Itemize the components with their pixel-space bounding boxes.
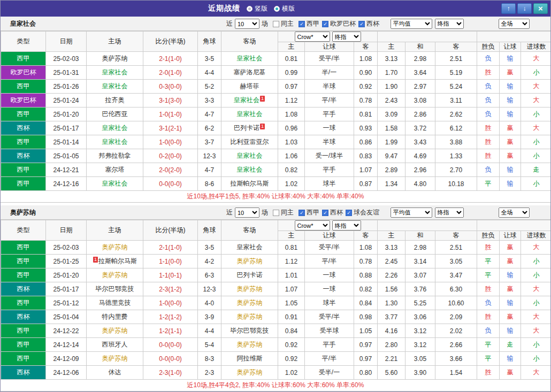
average-final-select[interactable]: 终指: [435, 19, 464, 29]
same-home-label: 同主: [281, 208, 294, 217]
provider-select[interactable]: Crow*: [295, 220, 330, 230]
match-count-select[interactable]: 10: [235, 19, 259, 29]
avg-home-cell: 4.16: [378, 324, 405, 338]
match-row: 西杯25-01-17毕尔巴鄂竞技2-3(1-2)12-3奥萨苏纳1.07一球0.…: [1, 282, 551, 296]
avg-home-cell: 2.80: [378, 338, 405, 352]
league-filter[interactable]: ✓西杯: [322, 208, 343, 217]
checkbox-checked-icon: ✓: [322, 210, 328, 216]
odds-home-cell: 1.03: [278, 135, 305, 149]
handicap-result-cell: 赢: [500, 310, 521, 324]
checkbox-checked-icon: ✓: [346, 210, 352, 216]
league-filter[interactable]: ✓西甲: [299, 208, 319, 217]
home-team-cell: 皇家社会: [87, 80, 143, 94]
home-team-cell: 西班牙人: [87, 338, 143, 352]
radio-unselected-icon: [247, 6, 252, 12]
league-filter-label: 西甲: [307, 208, 319, 217]
avg-home-cell: 3.13: [378, 241, 405, 255]
match-row: 西甲25-01-251拉斯帕尔马斯1-1(0-0)4-2奥萨苏纳1.12平/半0…: [1, 255, 551, 268]
radio-selected-icon: [274, 6, 280, 12]
league-badge: 西甲: [1, 352, 46, 366]
odds-handicap-cell: 受半/一: [305, 366, 354, 380]
outcome-cell: 平: [477, 177, 500, 191]
handicap-result-cell: 输: [500, 268, 521, 282]
avg-away-cell: 2.51: [435, 241, 477, 255]
outcome-cell: 胜: [477, 310, 500, 324]
avg-away-cell: 10.60: [435, 296, 477, 310]
odds-handicap-cell: 半球: [305, 135, 354, 149]
move-up-button[interactable]: ↑: [501, 3, 516, 14]
avg-draw-cell: 2.97: [405, 80, 435, 94]
odds-handicap-cell: 受一/球半: [305, 149, 354, 163]
col-goals-result: 进球数: [521, 231, 551, 241]
checkbox-unchecked-icon: [273, 210, 279, 216]
league-badge: 欧罗巴杯: [1, 94, 46, 107]
average-select[interactable]: 平均值: [391, 207, 432, 218]
score-cell: 2-1(1-0): [143, 52, 198, 66]
match-row: 西杯25-01-04特内里费1-2(1-2)3-9奥萨苏纳0.91受平/半0.9…: [1, 310, 551, 324]
odds-away-cell: 0.90: [354, 66, 378, 80]
goals-result-cell: 大: [521, 52, 551, 66]
same-home-filter[interactable]: 同主: [273, 19, 294, 28]
away-team-cell: 巴列卡诺1: [221, 121, 278, 135]
handicap-result-cell: 赢: [500, 66, 521, 80]
scope-select[interactable]: 全场: [499, 207, 530, 218]
date-cell: 24-12-22: [46, 324, 87, 338]
col-score: 比分(半场): [143, 220, 198, 241]
match-count-select[interactable]: 10: [235, 207, 259, 218]
team-label: 巴列卡诺: [237, 271, 263, 279]
recent-label: 近: [226, 19, 233, 28]
match-row: 西甲25-01-14皇家社会1-0(0-0)3-7比利亚雷亚尔1.03半球0.8…: [1, 135, 551, 149]
provider-select[interactable]: Crow*: [295, 32, 330, 42]
avg-home-cell: 2.21: [378, 352, 405, 366]
league-badge: 西杯: [1, 121, 46, 135]
team-label: 奥萨苏纳: [237, 299, 263, 306]
score-cell: 1-0(0-0): [143, 135, 198, 149]
away-team-cell: 皇家社会: [221, 149, 278, 163]
scope-select[interactable]: 全场: [499, 19, 530, 29]
league-badge: 西甲: [1, 296, 46, 310]
section-header-2: 奥萨苏纳 近 10 场 同主 ✓西甲✓西杯✓球会友谊 平均值 终指 全场: [1, 205, 550, 220]
odds-away-cell: 0.86: [354, 135, 378, 149]
col-outcome: 胜负: [477, 42, 500, 52]
widget-title: 近期战绩: [208, 4, 240, 13]
score-cell: 2-0(2-0): [143, 163, 198, 177]
home-team-cell: 皇家社会: [87, 135, 143, 149]
handicap-result-cell: 赢: [500, 121, 521, 135]
league-filter-label: 欧罗巴杯: [330, 19, 356, 28]
odds-away-cell: 0.78: [354, 94, 378, 107]
average-select[interactable]: 平均值: [391, 19, 432, 29]
move-down-button[interactable]: ↓: [517, 3, 532, 14]
match-row: 西杯24-12-06休达2-3(1-0)2-3奥萨苏纳1.02受半/一0.805…: [1, 366, 551, 380]
league-filter[interactable]: ✓西甲: [299, 19, 319, 28]
average-final-select[interactable]: 终指: [435, 207, 464, 218]
provider-final-select[interactable]: 终指: [332, 220, 361, 230]
handicap-result-cell: 走: [500, 338, 521, 352]
match-row: 西杯25-01-05邦弗拉勒拿0-2(0-0)12-3皇家社会1.06受一/球半…: [1, 149, 551, 163]
away-team-cell: 皇家社会1: [221, 94, 278, 107]
view-option-vertical[interactable]: 竖版: [247, 4, 267, 13]
goals-result-cell: 大: [521, 324, 551, 338]
team-label: 毕尔巴鄂竞技: [231, 327, 269, 334]
team-label: 皇家社会: [237, 166, 263, 173]
col-goals-result: 进球数: [521, 42, 551, 52]
score-cell: 2-3(1-0): [143, 366, 198, 380]
date-cell: 25-01-20: [46, 268, 87, 282]
score-cell: 0-0(0-0): [143, 338, 198, 352]
close-button[interactable]: ×: [533, 3, 548, 14]
avg-home-cell: 1.30: [378, 296, 405, 310]
provider-final-select[interactable]: 终指: [332, 32, 361, 42]
team-label: 皇家社会: [102, 138, 128, 145]
col-handicap-result: 让球: [500, 42, 521, 52]
corners-cell: 12-3: [198, 282, 221, 296]
avg-home-cell: 3.77: [378, 310, 405, 324]
league-filter[interactable]: ✓西杯: [358, 19, 379, 28]
odds-home-cell: 1.08: [278, 107, 305, 121]
home-team-cell: 皇家社会: [87, 66, 143, 80]
col-avg-away: 客: [435, 42, 477, 52]
league-filter[interactable]: ✓球会友谊: [346, 208, 379, 217]
league-filter[interactable]: ✓欧罗巴杯: [322, 19, 356, 28]
corners-cell: 3-7: [198, 135, 221, 149]
view-option-horizontal[interactable]: 横版: [274, 4, 295, 13]
same-home-filter[interactable]: 同主: [273, 208, 294, 217]
avg-away-cell: 3.47: [435, 268, 477, 282]
